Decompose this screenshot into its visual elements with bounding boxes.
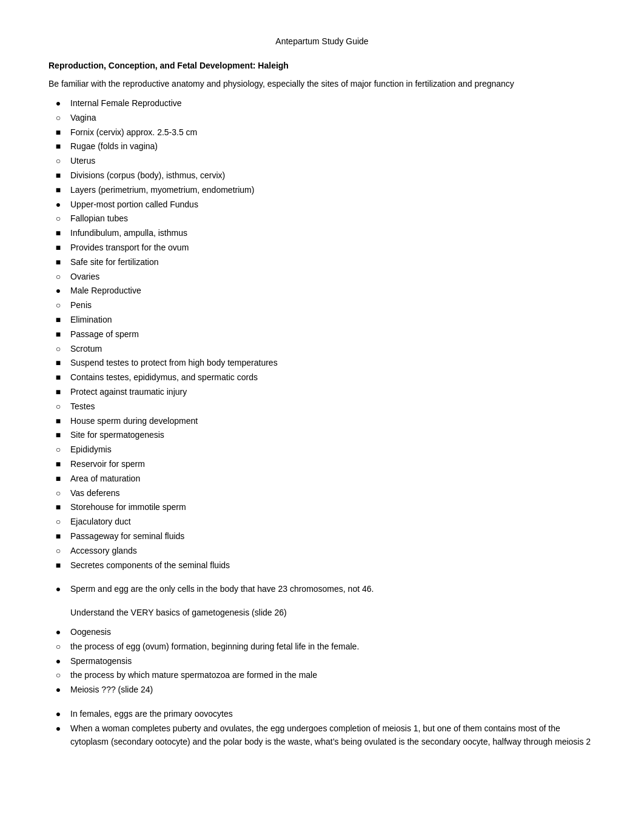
list-item: ○Vas deferens (49, 486, 595, 501)
list-item: ■Suspend testes to protect from high bod… (49, 356, 595, 371)
list-item: ○Testes (49, 400, 595, 414)
list-item: ○Epididymis (49, 443, 595, 457)
square-icon: ■ (49, 356, 68, 371)
bullet-icon: ● (49, 683, 68, 697)
square-icon: ■ (49, 371, 68, 385)
page-title: Antepartum Study Guide (49, 36, 595, 46)
circle-icon: ○ (49, 298, 68, 313)
list-item: ○Accessory glands (49, 544, 595, 558)
list-item: ■Safe site for fertilization (49, 255, 595, 270)
list-item: ■Secretes components of the seminal flui… (49, 558, 595, 573)
square-icon: ■ (49, 457, 68, 472)
list-item: ○Ejaculatory duct (49, 515, 595, 529)
intro-text: Be familiar with the reproductive anatom… (49, 78, 595, 90)
circle-icon: ○ (49, 111, 68, 126)
list-item: ● In females, eggs are the primary oovoc… (49, 707, 595, 722)
list-item: ○Penis (49, 298, 595, 313)
circle-icon: ○ (49, 270, 68, 284)
circle-icon: ○ (49, 212, 68, 226)
list-item: ■Passageway for seminal fluids (49, 529, 595, 544)
list-item: ●Spermatogensis (49, 654, 595, 669)
list-item: ○Scrotum (49, 342, 595, 357)
bullet-icon: ● (49, 284, 68, 298)
square-icon: ■ (49, 255, 68, 270)
list-item: ●Internal Female Reproductive (49, 96, 595, 111)
square-icon: ■ (49, 126, 68, 140)
list-item: ■Site for spermatogenesis (49, 428, 595, 443)
list-item: ● When a woman completes puberty and ovu… (49, 722, 595, 749)
main-list: ●Internal Female Reproductive ○Vagina ■F… (49, 96, 595, 572)
gametogenesis-list: ●Oogenesis ○the process of egg (ovum) fo… (49, 625, 595, 697)
bullet-icon: ● (49, 582, 68, 597)
circle-icon: ○ (49, 342, 68, 357)
list-item: ●Upper-most portion called Fundus (49, 198, 595, 212)
list-item: ○the process by which mature spermatozoa… (49, 668, 595, 683)
list-item: ■Storehouse for immotile sperm (49, 500, 595, 515)
list-item: ●Male Reproductive (49, 284, 595, 298)
list-item: ○Uterus (49, 154, 595, 169)
square-icon: ■ (49, 558, 68, 573)
gametogenesis-heading: Understand the VERY basics of gametogene… (70, 606, 595, 619)
bottom-list: ● In females, eggs are the primary oovoc… (49, 707, 595, 749)
circle-icon: ○ (49, 544, 68, 558)
bullet-icon: ● (49, 198, 68, 212)
list-item: ■Reservoir for sperm (49, 457, 595, 472)
bullet-icon: ● (49, 722, 68, 736)
square-icon: ■ (49, 385, 68, 400)
circle-icon: ○ (49, 154, 68, 169)
list-item: ■Infundibulum, ampulla, isthmus (49, 226, 595, 241)
square-icon: ■ (49, 327, 68, 342)
list-item: ■Area of maturation (49, 472, 595, 486)
square-icon: ■ (49, 183, 68, 198)
square-icon: ■ (49, 472, 68, 486)
square-icon: ■ (49, 529, 68, 544)
circle-icon: ○ (49, 515, 68, 529)
list-item: ○Vagina (49, 111, 595, 126)
circle-icon: ○ (49, 640, 68, 654)
list-item: ○Fallopian tubes (49, 212, 595, 226)
list-item: ■Layers (perimetrium, myometrium, endome… (49, 183, 595, 198)
square-icon: ■ (49, 169, 68, 183)
square-icon: ■ (49, 226, 68, 241)
list-item: ■House sperm during development (49, 414, 595, 429)
list-item: ■Divisions (corpus (body), isthmus, cerv… (49, 169, 595, 183)
list-item: ●Oogenesis (49, 625, 595, 640)
circle-icon: ○ (49, 443, 68, 457)
square-icon: ■ (49, 500, 68, 515)
square-icon: ■ (49, 313, 68, 327)
bullet-icon: ● (49, 707, 68, 722)
circle-icon: ○ (49, 400, 68, 414)
list-item: ■Fornix (cervix) approx. 2.5-3.5 cm (49, 126, 595, 140)
list-item: ○the process of egg (ovum) formation, be… (49, 640, 595, 654)
list-item: ●Meiosis ??? (slide 24) (49, 683, 595, 697)
list-item: ■Contains testes, epididymus, and sperma… (49, 371, 595, 385)
bullet-icon: ● (49, 654, 68, 669)
list-item: ■Protect against traumatic injury (49, 385, 595, 400)
bullet-icon: ● (49, 96, 68, 111)
list-item: ■Elimination (49, 313, 595, 327)
circle-icon: ○ (49, 486, 68, 501)
sperm-note-item: ●Sperm and egg are the only cells in the… (49, 582, 595, 597)
square-icon: ■ (49, 139, 68, 154)
bullet-icon: ● (49, 625, 68, 640)
square-icon: ■ (49, 428, 68, 443)
list-item: ○Ovaries (49, 270, 595, 284)
square-icon: ■ (49, 241, 68, 255)
list-item: ■Provides transport for the ovum (49, 241, 595, 255)
list-item: ■Rugae (folds in vagina) (49, 139, 595, 154)
circle-icon: ○ (49, 668, 68, 683)
sperm-note-list: ●Sperm and egg are the only cells in the… (49, 582, 595, 597)
square-icon: ■ (49, 414, 68, 429)
section-heading: Reproduction, Conception, and Fetal Deve… (49, 61, 595, 70)
list-item: ■Passage of sperm (49, 327, 595, 342)
